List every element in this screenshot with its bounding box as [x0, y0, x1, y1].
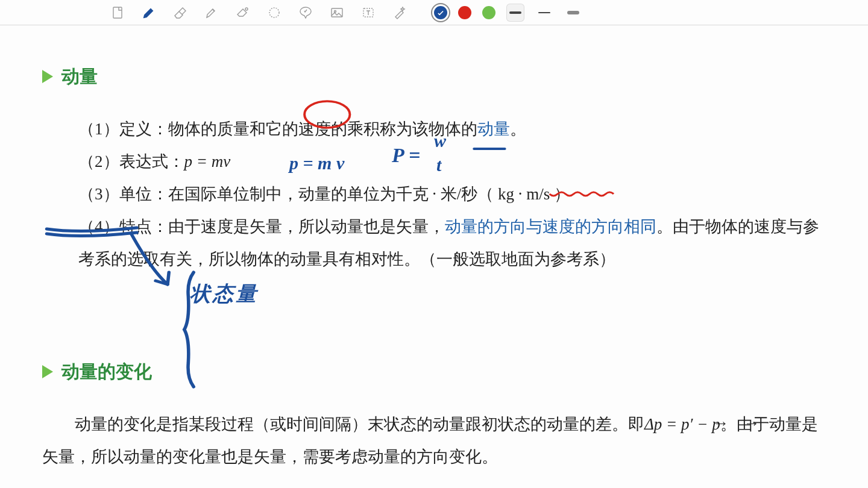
- color-blue[interactable]: [434, 6, 447, 19]
- toolbar: [0, 0, 868, 25]
- text: （2）表达式：: [78, 152, 184, 170]
- text: 动量的变化是指某段过程（或时间间隔）末状态的动量跟初状态的动量的差。即: [75, 415, 644, 433]
- eraser-shape-icon[interactable]: [233, 4, 253, 21]
- pen-icon[interactable]: [139, 4, 159, 21]
- section1-header: 动量: [42, 58, 826, 95]
- formula-delta-p: Δp = p→′ − p→: [644, 415, 720, 433]
- handwriting-t: t: [436, 147, 441, 183]
- text-emphasis: 动量: [477, 120, 510, 138]
- color-green[interactable]: [482, 6, 495, 19]
- tool-group-drawing: [107, 4, 410, 21]
- text-circled: 速度: [298, 120, 331, 138]
- svg-point-4: [335, 10, 336, 12]
- text: （4）特点：由于速度是矢量，所以动量也是矢量，: [78, 217, 445, 236]
- line-feature: （4）特点：由于速度是矢量，所以动量也是矢量，动量的方向与速度的方向相同。由于物…: [78, 210, 826, 275]
- page-icon[interactable]: [107, 4, 128, 21]
- text-emphasis: 动量的方向与速度的方向相同: [445, 217, 656, 236]
- stroke-thick[interactable]: [506, 4, 524, 22]
- section2-title: 动量的变化: [61, 354, 152, 390]
- shape-icon[interactable]: [295, 4, 316, 21]
- handwriting-pmv: p = m v: [289, 145, 344, 181]
- line-definition: （1）定义：物体的质量和它的速度的乘积称为该物体的动量。: [78, 113, 826, 145]
- color-red[interactable]: [458, 6, 471, 19]
- text: （1）定义：物体的质量和它的: [78, 120, 298, 138]
- stroke-dash[interactable]: [564, 4, 582, 22]
- stroke-thin[interactable]: [535, 4, 553, 22]
- formula-pmv: p = mv: [184, 152, 231, 170]
- lasso-icon[interactable]: [264, 4, 285, 21]
- text: 。: [510, 120, 526, 138]
- section1-title: 动量: [61, 58, 98, 95]
- page-content: 动量 （1）定义：物体的质量和它的速度的乘积称为该物体的动量。 （2）表达式：p…: [0, 25, 868, 488]
- svg-point-2: [269, 8, 279, 17]
- svg-rect-0: [113, 7, 122, 18]
- image-icon[interactable]: [327, 4, 347, 21]
- eraser-icon[interactable]: [170, 4, 190, 21]
- magic-icon[interactable]: [389, 4, 410, 21]
- section2-header: 动量的变化: [42, 354, 826, 390]
- svg-point-1: [245, 8, 248, 10]
- handwriting-state: 状态量: [190, 274, 259, 314]
- handwriting-P: P =: [392, 135, 420, 176]
- text: （3）单位：在国际单位制中，动量的单位为千克 · 米/秒（ kg · m/s ）: [78, 185, 570, 203]
- highlighter-icon[interactable]: [201, 4, 222, 21]
- text-icon[interactable]: [358, 4, 379, 21]
- triangle-bullet-icon: [42, 365, 53, 378]
- triangle-bullet-icon: [42, 70, 53, 83]
- line-unit: （3）单位：在国际单位制中，动量的单位为千克 · 米/秒（ kg · m/s ）: [78, 178, 826, 210]
- line-expression: （2）表达式：p = mv: [78, 145, 826, 178]
- section2-body: 动量的变化是指某段过程（或时间间隔）末状态的动量跟初状态的动量的差。即Δp = …: [42, 408, 826, 473]
- color-palette: [434, 4, 582, 22]
